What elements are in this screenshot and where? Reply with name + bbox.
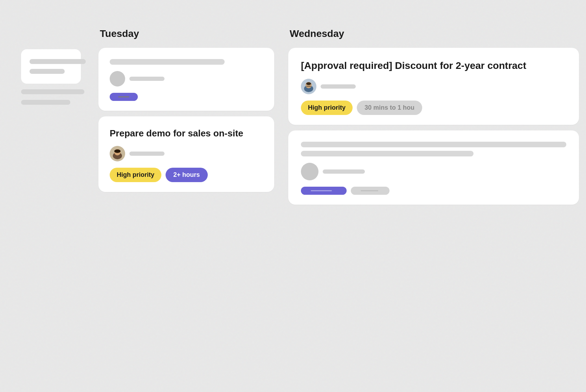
duration-tag: 30 mins to 1 hou	[357, 101, 422, 115]
svg-point-7	[306, 82, 311, 85]
card-action-row	[110, 93, 263, 101]
pill-line-icon	[311, 190, 332, 191]
high-priority-tag: High priority	[301, 101, 353, 115]
skeleton-name-bar	[129, 152, 165, 156]
left-card-1	[21, 49, 81, 84]
skeleton-bar	[30, 69, 65, 74]
skeleton-bar	[21, 89, 84, 94]
skeleton-bar	[301, 151, 474, 156]
tuesday-card-2[interactable]: Prepare demo for sales on-site High prio…	[98, 116, 274, 192]
user-avatar	[301, 79, 316, 94]
gray-pill-button[interactable]	[351, 187, 389, 195]
avatar-placeholder	[301, 163, 318, 180]
skeleton-rows	[301, 142, 566, 156]
purple-pill-button[interactable]	[301, 187, 347, 195]
wednesday-card-1[interactable]: [Approval required] Discount for 2-year …	[288, 48, 579, 125]
skeleton-bar	[301, 142, 566, 147]
card-user-row	[110, 146, 263, 161]
card-user-row	[301, 163, 566, 180]
tuesday-card-1	[98, 48, 274, 111]
wednesday-header: Wednesday	[288, 28, 579, 42]
card-tags-row: High priority 2+ hours	[110, 168, 263, 182]
pill-line-icon	[361, 190, 378, 191]
skeleton-title-bar	[110, 59, 225, 65]
skeleton-bar	[21, 100, 70, 105]
wednesday-column: Wednesday [Approval required] Discount f…	[281, 28, 586, 364]
user-avatar	[110, 146, 125, 161]
purple-pill-button[interactable]	[110, 93, 138, 101]
svg-rect-8	[306, 86, 311, 87]
skeleton-name-bar	[129, 77, 165, 81]
tuesday-column: Tuesday Prepare demo for sales on-site	[91, 28, 281, 364]
tuesday-header: Tuesday	[98, 28, 274, 42]
card-tags-row: High priority 30 mins to 1 hou	[301, 101, 566, 115]
card-user-row	[301, 79, 566, 94]
skeleton-name-bar	[321, 84, 356, 89]
skeleton-name-bar	[323, 169, 365, 174]
pill-line-icon	[118, 96, 129, 97]
card-action-row	[301, 187, 566, 195]
duration-tag: 2+ hours	[166, 168, 208, 182]
wednesday-card-2	[288, 130, 579, 205]
skeleton-bar	[30, 59, 86, 64]
avatar-placeholder	[110, 71, 125, 86]
left-column	[0, 28, 91, 364]
svg-point-3	[114, 149, 121, 153]
card-title: Prepare demo for sales on-site	[110, 128, 263, 140]
high-priority-tag: High priority	[110, 168, 161, 182]
card-user-row	[110, 71, 263, 86]
card-title: [Approval required] Discount for 2-year …	[301, 59, 566, 72]
